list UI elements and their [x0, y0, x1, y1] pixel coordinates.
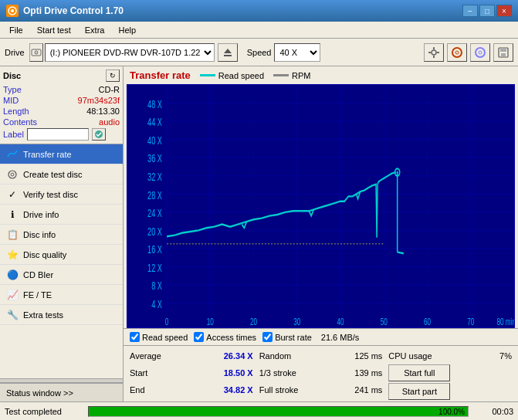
speed-label: Speed: [247, 48, 272, 57]
toolbar-save-button[interactable]: [493, 43, 513, 62]
nav-item-create-test-disc[interactable]: Create test disc: [0, 164, 123, 185]
nav-items: Transfer rate Create test disc ✓ Verify …: [0, 144, 123, 378]
eject-button[interactable]: [218, 43, 238, 62]
menu-start-test[interactable]: Start test: [31, 24, 77, 36]
chart-container: 48 X 44 X 40 X 36 X 32 X 28 X 24 X 20 X …: [127, 84, 515, 328]
svg-point-14: [476, 48, 485, 57]
nav-item-extra-tests[interactable]: 🔧 Extra tests: [0, 305, 123, 325]
svg-text:24 X: 24 X: [147, 207, 162, 220]
disc-label-row: Label: [3, 128, 120, 141]
nav-item-verify-test-disc[interactable]: ✓ Verify test disc: [0, 185, 123, 205]
svg-text:16 X: 16 X: [147, 243, 162, 256]
access-times-checkbox[interactable]: [194, 332, 204, 342]
disc-header: Disc ↻: [3, 69, 120, 82]
disc-label-input[interactable]: [27, 128, 89, 141]
chart-title: Transfer rate: [130, 69, 191, 81]
extra-tests-icon: 🔧: [6, 309, 19, 321]
window-controls: − □ ×: [462, 5, 512, 17]
svg-text:10: 10: [207, 316, 214, 327]
status-text: Test completed: [5, 407, 82, 416]
read-speed-checkbox-label: Read speed: [142, 333, 188, 342]
end-row: End 34.82 X: [130, 381, 253, 398]
nav-label-disc-quality: Disc quality: [23, 250, 66, 259]
svg-marker-5: [224, 49, 232, 53]
svg-text:40: 40: [337, 316, 344, 327]
menu-help[interactable]: Help: [112, 24, 142, 36]
svg-text:20 X: 20 X: [147, 225, 162, 239]
chart-legend: Read speed RPM: [200, 71, 311, 80]
nav-item-disc-quality[interactable]: ⭐ Disc quality: [0, 245, 123, 265]
progress-bar: [89, 407, 468, 416]
nav-item-drive-info[interactable]: ℹ Drive info: [0, 205, 123, 225]
disc-mid-value: 97m34s23f: [78, 96, 120, 105]
svg-rect-10: [428, 52, 431, 53]
progress-bar-container: 100.0%: [88, 406, 469, 417]
svg-text:50: 50: [381, 316, 388, 327]
access-times-checkbox-label: Access times: [206, 333, 256, 342]
nav-item-cd-bier[interactable]: 🔵 CD BIer: [0, 265, 123, 285]
average-value: 26.34 X: [207, 351, 253, 361]
action-buttons: Start full Start part: [388, 364, 512, 400]
svg-text:8 X: 8 X: [151, 279, 162, 293]
svg-point-1: [11, 9, 14, 12]
disc-type-label: Type: [3, 85, 22, 94]
nav-label-drive-info: Drive info: [23, 210, 59, 219]
legend-rpm-box: [273, 74, 289, 76]
cd-bier-icon: 🔵: [6, 269, 19, 281]
progress-text: 100.0%: [438, 407, 465, 418]
average-row: Average 26.34 X: [130, 347, 253, 364]
full-stroke-value: 241 ms: [336, 385, 382, 395]
fe-te-icon: 📈: [6, 289, 19, 301]
svg-text:30: 30: [293, 316, 300, 327]
drive-select[interactable]: (I:) PIONEER DVD-RW DVR-107D 1.22: [45, 43, 215, 62]
random-value: 125 ms: [336, 351, 382, 361]
menu-extra[interactable]: Extra: [79, 24, 111, 36]
maximize-button[interactable]: □: [479, 5, 495, 17]
svg-point-7: [432, 50, 436, 55]
svg-text:48 X: 48 X: [147, 98, 162, 111]
minimize-button[interactable]: −: [462, 5, 478, 17]
chart-controls: Read speed Access times Burst rate 21.6 …: [124, 328, 518, 345]
nav-item-disc-info[interactable]: 📋 Disc info: [0, 225, 123, 245]
svg-text:80 min: 80 min: [497, 316, 514, 327]
close-button[interactable]: ×: [496, 5, 512, 17]
toolbar-gear-button[interactable]: [424, 43, 444, 62]
drive-info-icon: ℹ: [6, 208, 19, 221]
random-row: Random 125 ms: [259, 347, 383, 364]
legend-read-speed-box: [200, 74, 215, 76]
toolbar-disc-button[interactable]: [447, 43, 467, 62]
svg-point-4: [36, 52, 36, 52]
nav-item-transfer-rate[interactable]: Transfer rate: [0, 144, 123, 164]
disc-type-row: Type CD-R: [3, 85, 120, 94]
stats-mid-col: Random 125 ms 1/3 stroke 139 ms Full str…: [259, 347, 383, 400]
sidebar: Disc ↻ Type CD-R MID 97m34s23f Length 48…: [0, 66, 124, 401]
disc-refresh-button[interactable]: ↻: [106, 69, 120, 82]
disc-label-label: Label: [3, 130, 24, 139]
status-window-button[interactable]: Status window >>: [0, 383, 123, 401]
start-full-button[interactable]: Start full: [388, 364, 450, 381]
speed-select[interactable]: 40 X: [274, 43, 320, 62]
nav-item-fe-te[interactable]: 📈 FE / TE: [0, 285, 123, 305]
svg-point-15: [479, 51, 482, 54]
end-label: End: [130, 385, 145, 395]
disc-length-value: 48:13.30: [86, 107, 120, 116]
nav-label-create-test-disc: Create test disc: [23, 170, 82, 179]
start-part-button[interactable]: Start part: [388, 383, 450, 400]
svg-point-12: [452, 48, 462, 57]
read-speed-checkbox[interactable]: [130, 332, 140, 342]
disc-quality-icon: ⭐: [6, 249, 19, 261]
legend-read-speed: Read speed: [200, 71, 264, 80]
cpu-usage-row: CPU usage 7%: [388, 347, 512, 364]
verify-test-disc-icon: ✓: [6, 188, 19, 201]
burst-rate-checkbox-label: Burst rate: [275, 333, 312, 342]
toolbar-burn-button[interactable]: [470, 43, 490, 62]
time-display: 00:03: [475, 407, 513, 416]
svg-rect-11: [437, 52, 439, 53]
disc-label-ok-button[interactable]: [92, 128, 106, 141]
svg-point-21: [11, 173, 14, 176]
titlebar: Opti Drive Control 1.70 − □ ×: [0, 0, 518, 22]
menu-file[interactable]: File: [3, 24, 29, 36]
legend-rpm-label: RPM: [292, 71, 310, 80]
svg-text:28 X: 28 X: [147, 189, 162, 202]
burst-rate-checkbox[interactable]: [262, 332, 273, 342]
